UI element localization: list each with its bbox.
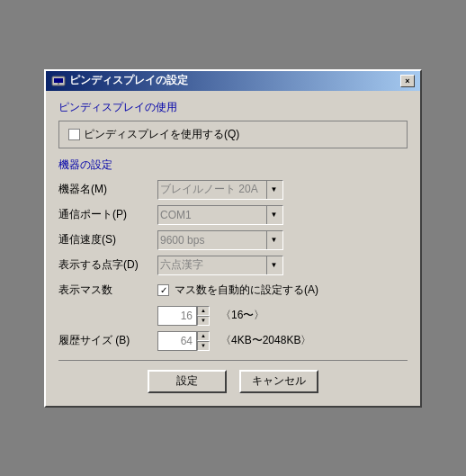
- baud-rate-row: 通信速度(S) 9600 bps ▼: [58, 230, 408, 250]
- cancel-button[interactable]: キャンセル: [239, 370, 318, 393]
- com-port-control: COM1 ▼: [157, 205, 408, 225]
- use-checkbox[interactable]: [68, 129, 80, 140]
- dialog-icon: [51, 74, 66, 88]
- use-section-label: ピンディスプレイの使用: [58, 100, 408, 115]
- title-bar-left: ピンディスプレイの設定: [51, 73, 188, 88]
- spin-buttons: ▲ ▼: [197, 306, 210, 326]
- form-rows: 機器名(M) ブレイルノート 20A ▼ 通信ポート(P) COM1: [58, 180, 408, 351]
- display-cells-control: マス数を自動的に設定する(A): [157, 283, 408, 298]
- baud-rate-value: 9600 bps: [160, 234, 266, 247]
- svg-point-2: [58, 83, 59, 85]
- device-name-arrow[interactable]: ▼: [266, 181, 281, 199]
- use-checkbox-label: ピンディスプレイを使用する(Q): [84, 127, 239, 142]
- baud-rate-dropdown[interactable]: 9600 bps ▼: [157, 230, 283, 250]
- button-row: 設定 キャンセル: [58, 370, 408, 397]
- braille-type-dropdown[interactable]: 六点漢字 ▼: [157, 256, 283, 275]
- history-spin-down-button[interactable]: ▼: [197, 341, 210, 351]
- close-button[interactable]: ×: [400, 75, 415, 87]
- braille-type-arrow[interactable]: ▼: [266, 256, 281, 274]
- dialog-title: ピンディスプレイの設定: [69, 73, 188, 88]
- history-size-control: 64 ▲ ▼ 〈4KB〜2048KB〉: [157, 331, 408, 351]
- spin-input[interactable]: 16: [157, 306, 197, 326]
- braille-type-value: 六点漢字: [160, 257, 266, 273]
- device-name-value: ブレイルノート 20A: [160, 182, 266, 197]
- braille-type-label: 表示する点字(D): [58, 257, 157, 273]
- history-hint: 〈4KB〜2048KB〉: [220, 333, 311, 348]
- com-port-row: 通信ポート(P) COM1 ▼: [58, 205, 408, 225]
- auto-cells-checkbox[interactable]: [157, 284, 169, 296]
- use-group-box: ピンディスプレイを使用する(Q): [58, 121, 408, 148]
- machine-section-label: 機器の設定: [58, 157, 408, 173]
- use-checkbox-row: ピンディスプレイを使用する(Q): [68, 127, 398, 142]
- spin-down-button[interactable]: ▼: [197, 316, 210, 326]
- baud-rate-control: 9600 bps ▼: [157, 230, 408, 250]
- spin-control: 16 ▲ ▼: [157, 306, 210, 326]
- spin-row-control: 16 ▲ ▼ 〈16〜〉: [157, 306, 408, 326]
- history-size-label: 履歴サイズ (B): [58, 333, 157, 348]
- baud-rate-label: 通信速度(S): [58, 232, 157, 247]
- spin-row: 16 ▲ ▼ 〈16〜〉: [58, 306, 408, 326]
- history-spin-up-button[interactable]: ▲: [197, 331, 210, 341]
- title-bar: ピンディスプレイの設定 ×: [46, 71, 420, 91]
- history-spin-buttons: ▲ ▼: [197, 331, 210, 351]
- spin-up-button[interactable]: ▲: [197, 306, 210, 316]
- history-spin-input[interactable]: 64: [157, 331, 197, 351]
- braille-type-row: 表示する点字(D) 六点漢字 ▼: [58, 256, 408, 275]
- com-port-value: COM1: [160, 209, 266, 221]
- ok-button[interactable]: 設定: [148, 370, 227, 393]
- dialog-body: ピンディスプレイの使用 ピンディスプレイを使用する(Q) 機器の設定 機器名(M…: [46, 91, 420, 406]
- history-size-row: 履歴サイズ (B) 64 ▲ ▼ 〈4KB〜2048KB〉: [58, 331, 408, 351]
- braille-type-control: 六点漢字 ▼: [157, 256, 408, 275]
- device-name-label: 機器名(M): [58, 182, 157, 197]
- com-port-label: 通信ポート(P): [58, 207, 157, 222]
- device-name-dropdown[interactable]: ブレイルノート 20A ▼: [157, 180, 283, 200]
- auto-cells-label: マス数を自動的に設定する(A): [175, 283, 318, 298]
- main-dialog: ピンディスプレイの設定 × ピンディスプレイの使用 ピンディスプレイを使用する(…: [44, 69, 422, 408]
- device-name-row: 機器名(M) ブレイルノート 20A ▼: [58, 180, 408, 200]
- spin-hint: 〈16〜〉: [220, 308, 264, 323]
- device-name-control: ブレイルノート 20A ▼: [157, 180, 408, 200]
- button-divider: [58, 360, 408, 361]
- svg-rect-1: [54, 78, 63, 83]
- com-port-arrow[interactable]: ▼: [266, 206, 281, 224]
- display-cells-row: 表示マス数 マス数を自動的に設定する(A): [58, 281, 408, 301]
- history-spin-control: 64 ▲ ▼: [157, 331, 210, 351]
- baud-rate-arrow[interactable]: ▼: [266, 231, 281, 249]
- com-port-dropdown[interactable]: COM1 ▼: [157, 205, 283, 225]
- display-cells-label: 表示マス数: [58, 283, 157, 298]
